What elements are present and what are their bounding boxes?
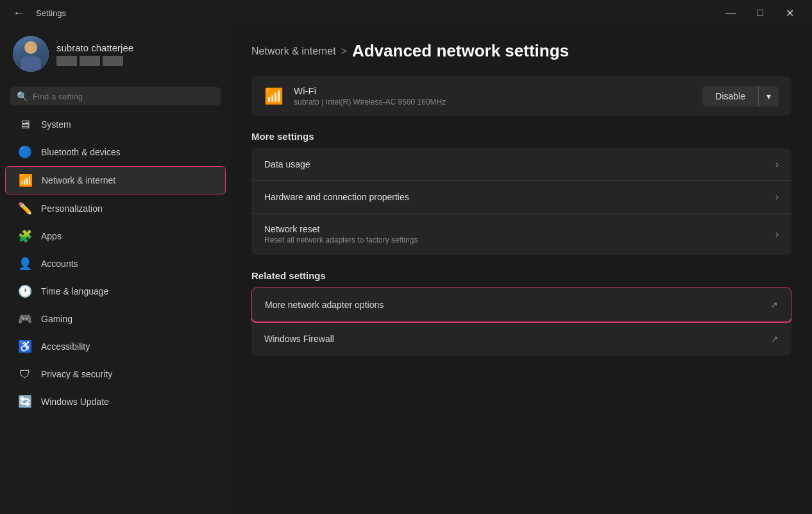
hardware-properties-item[interactable]: Hardware and connection properties › <box>251 181 791 214</box>
avatar <box>13 36 49 72</box>
sidebar-item-update[interactable]: 🔄 Windows Update <box>5 388 226 415</box>
more-settings-header: More settings <box>251 131 791 142</box>
app-container: subrato chatterjee 🔍 🖥 System 🔵 Bluetoot… <box>0 26 812 514</box>
sidebar-label-time: Time & language <box>41 286 108 296</box>
sidebar-label-accessibility: Accessibility <box>41 341 90 352</box>
sidebar-item-apps[interactable]: 🧩 Apps <box>5 223 226 250</box>
external-link-icon-2: ↗ <box>771 334 779 344</box>
wifi-card: 📶 Wi-Fi subrato | Intel(R) Wireless-AC 9… <box>251 76 791 116</box>
user-info: subrato chatterjee <box>56 42 133 66</box>
breadcrumb: Network & internet > Advanced network se… <box>251 41 791 61</box>
sidebar-item-accounts[interactable]: 👤 Accounts <box>5 250 226 277</box>
sidebar: subrato chatterjee 🔍 🖥 System 🔵 Bluetoot… <box>0 26 231 514</box>
minimize-button[interactable]: — <box>716 3 745 23</box>
wifi-icon: 📶 <box>264 87 283 105</box>
breadcrumb-separator: > <box>341 46 347 57</box>
chevron-right-icon-2: › <box>775 191 779 203</box>
network-reset-subtitle: Reset all network adapters to factory se… <box>264 236 775 244</box>
sidebar-item-accessibility[interactable]: ♿ Accessibility <box>5 333 226 360</box>
app-title: Settings <box>36 8 66 18</box>
personalization-icon: ✏️ <box>18 201 32 216</box>
disable-button[interactable]: Disable <box>702 86 758 107</box>
network-icon: 📶 <box>19 173 33 187</box>
sidebar-item-gaming[interactable]: 🎮 Gaming <box>5 305 226 332</box>
page-header: Network & internet > Advanced network se… <box>251 41 791 61</box>
accessibility-icon: ♿ <box>18 339 32 354</box>
privacy-icon: 🛡 <box>18 367 32 381</box>
wifi-expand-button[interactable]: ▾ <box>758 86 779 107</box>
network-reset-item[interactable]: Network reset Reset all network adapters… <box>251 214 791 255</box>
sidebar-label-network: Network & internet <box>42 175 115 185</box>
user-name: subrato chatterjee <box>56 42 133 53</box>
breadcrumb-parent[interactable]: Network & internet <box>251 46 336 57</box>
chevron-right-icon-3: › <box>775 228 779 240</box>
update-icon: 🔄 <box>18 395 32 409</box>
user-section[interactable]: subrato chatterjee <box>0 26 231 82</box>
sidebar-label-apps: Apps <box>41 231 62 241</box>
user-badges <box>56 56 133 66</box>
sidebar-item-privacy[interactable]: 🛡 Privacy & security <box>5 361 226 388</box>
sidebar-label-bluetooth: Bluetooth & devices <box>41 147 121 157</box>
window-controls: — □ ✕ <box>716 3 804 23</box>
sidebar-label-system: System <box>41 119 71 130</box>
wifi-info: Wi-Fi subrato | Intel(R) Wireless-AC 956… <box>294 85 692 107</box>
close-button[interactable]: ✕ <box>775 3 804 23</box>
nav-menu: 🖥 System 🔵 Bluetooth & devices 📶 Network… <box>0 110 231 514</box>
apps-icon: 🧩 <box>18 229 32 243</box>
external-link-icon: ↗ <box>770 300 778 310</box>
titlebar: ← Settings — □ ✕ <box>0 0 812 26</box>
wifi-subtitle: subrato | Intel(R) Wireless-AC 9560 160M… <box>294 98 692 107</box>
time-icon: 🕐 <box>18 284 32 298</box>
sidebar-label-privacy: Privacy & security <box>41 369 112 379</box>
sidebar-item-system[interactable]: 🖥 System <box>5 111 226 138</box>
wifi-name: Wi-Fi <box>294 85 692 96</box>
user-badge-3 <box>103 56 123 66</box>
sidebar-item-bluetooth[interactable]: 🔵 Bluetooth & devices <box>5 139 226 166</box>
data-usage-title: Data usage <box>264 159 775 169</box>
sidebar-label-personalization: Personalization <box>41 203 103 214</box>
more-network-adapter-item[interactable]: More network adapter options ↗ <box>251 287 791 323</box>
sidebar-label-gaming: Gaming <box>41 314 72 324</box>
page-title: Advanced network settings <box>352 41 569 61</box>
maximize-button[interactable]: □ <box>745 3 775 23</box>
user-badge-1 <box>56 56 77 66</box>
accounts-icon: 👤 <box>18 257 32 271</box>
sidebar-item-personalization[interactable]: ✏️ Personalization <box>5 195 226 222</box>
back-button[interactable]: ← <box>8 4 30 22</box>
sidebar-item-time[interactable]: 🕐 Time & language <box>5 278 226 305</box>
search-input[interactable] <box>33 92 214 101</box>
more-settings-list: Data usage › Hardware and connection pro… <box>251 148 791 255</box>
search-icon: 🔍 <box>17 91 28 101</box>
main-content: Network & internet > Advanced network se… <box>231 26 812 514</box>
windows-firewall-title: Windows Firewall <box>264 334 771 344</box>
windows-firewall-item[interactable]: Windows Firewall ↗ <box>251 322 791 356</box>
titlebar-left: ← Settings <box>8 4 66 22</box>
sidebar-item-network[interactable]: 📶 Network & internet <box>5 166 226 194</box>
sidebar-label-accounts: Accounts <box>41 259 78 269</box>
related-settings-header: Related settings <box>251 270 791 281</box>
sidebar-label-update: Windows Update <box>41 397 109 407</box>
system-icon: 🖥 <box>18 117 32 132</box>
data-usage-item[interactable]: Data usage › <box>251 148 791 181</box>
chevron-right-icon: › <box>775 158 779 170</box>
search-box[interactable]: 🔍 <box>10 87 221 105</box>
more-network-adapter-title: More network adapter options <box>265 300 770 310</box>
bluetooth-icon: 🔵 <box>18 145 32 159</box>
wifi-actions: Disable ▾ <box>702 86 779 107</box>
user-badge-2 <box>80 56 100 66</box>
related-settings-list: More network adapter options ↗ Windows F… <box>251 287 791 356</box>
network-reset-title: Network reset <box>264 224 775 234</box>
hardware-properties-title: Hardware and connection properties <box>264 192 775 202</box>
gaming-icon: 🎮 <box>18 312 32 326</box>
